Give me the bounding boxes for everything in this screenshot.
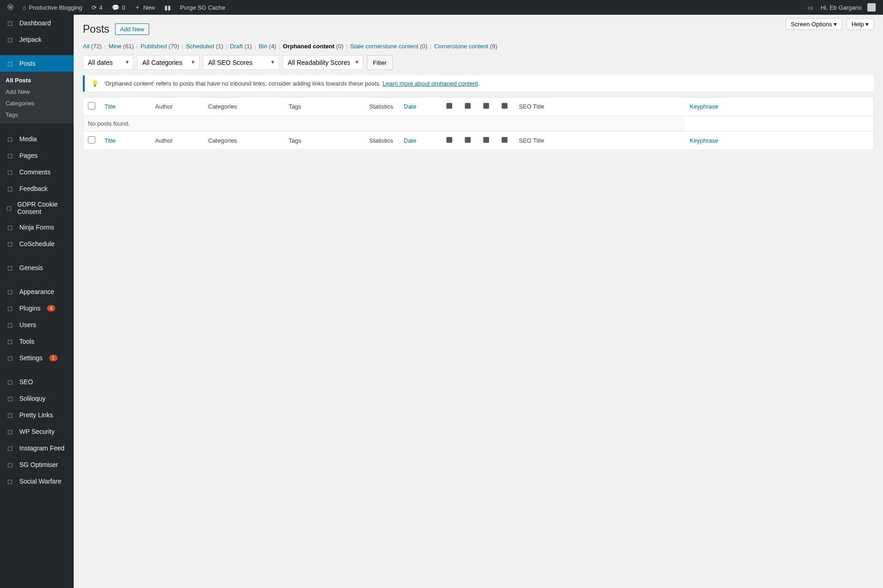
incoming-links-icon xyxy=(464,102,472,110)
notice-link[interactable]: Learn more about orphaned content xyxy=(383,80,478,87)
dates-filter[interactable]: All dates xyxy=(83,55,134,70)
home-icon: ⌂ xyxy=(23,4,26,11)
no-posts-text: No posts found. xyxy=(83,116,685,132)
avatar xyxy=(867,3,876,12)
readability-icon xyxy=(482,102,490,110)
refresh-icon: ⟳ xyxy=(92,4,97,11)
comments-link[interactable]: 💬0 xyxy=(108,0,129,15)
sidebar-item-users[interactable]: ◻Users xyxy=(0,317,74,333)
greeting: Hi, Eb Gargano xyxy=(820,4,862,11)
select-all-checkbox[interactable] xyxy=(88,136,95,144)
sidebar-item-label: Tools xyxy=(19,338,35,345)
help-button[interactable]: Help ▾ xyxy=(847,18,874,30)
col-keyphrase[interactable]: Keyphrase xyxy=(690,103,718,110)
view-bin[interactable]: Bin xyxy=(259,43,269,50)
form-icon: ◻ xyxy=(6,223,15,232)
sidebar-item-label: Pages xyxy=(19,152,38,159)
view-cornerstone-content[interactable]: Cornerstone content xyxy=(434,43,490,50)
page-title: Posts xyxy=(83,23,110,35)
col-title[interactable]: Title xyxy=(105,137,116,144)
notifications-link[interactable]: ▭ xyxy=(804,0,817,15)
sidebar-item-instagram-feed[interactable]: ◻Instagram Feed xyxy=(0,440,74,456)
sidebar-item-jetpack[interactable]: ◻Jetpack xyxy=(0,31,74,48)
categories-filter[interactable]: All Categories xyxy=(137,55,199,70)
comments-count: 0 xyxy=(122,4,125,11)
sidebar-item-sg-optimiser[interactable]: ◻SG Optimiser xyxy=(0,456,74,473)
no-posts-row: No posts found. xyxy=(83,116,874,132)
dashboard-icon: ◻ xyxy=(6,18,15,28)
add-new-button[interactable]: Add New xyxy=(115,23,150,35)
sidebar-item-media[interactable]: ◻Media xyxy=(0,131,74,147)
sidebar-item-genesis[interactable]: ◻Genesis xyxy=(0,259,74,276)
filter-button[interactable]: Filter xyxy=(367,55,393,70)
view-published[interactable]: Published xyxy=(140,43,168,50)
comment-icon: 💬 xyxy=(112,4,119,11)
col-seotitle: SEO Title xyxy=(519,137,544,144)
yoast-icon: ▮▮ xyxy=(164,4,171,11)
sidebar-item-label: Pretty Links xyxy=(19,411,53,419)
sidebar-item-comments[interactable]: ◻Comments xyxy=(0,164,74,180)
sidebar-item-settings[interactable]: ◻Settings1 xyxy=(0,350,74,366)
sidebar-item-wp-security[interactable]: ◻WP Security xyxy=(0,423,74,440)
sidebar-item-appearance[interactable]: ◻Appearance xyxy=(0,283,74,300)
view-scheduled[interactable]: Scheduled xyxy=(186,43,216,50)
col-title[interactable]: Title xyxy=(105,103,116,110)
pin-icon: ◻ xyxy=(6,59,15,68)
site-name: Productive Blogging xyxy=(29,4,82,11)
sidebar-item-posts[interactable]: ◻Posts xyxy=(0,55,74,72)
sidebar-item-ninja-forms[interactable]: ◻Ninja Forms xyxy=(0,219,74,236)
view-mine[interactable]: Mine xyxy=(109,43,123,50)
sidebar-item-seo[interactable]: ◻SEO xyxy=(0,374,74,390)
yoast-link[interactable]: ▮▮ xyxy=(161,0,174,15)
col-stats: Statistics xyxy=(369,137,393,144)
wordpress-icon: ⓦ xyxy=(7,3,13,12)
sidebar-item-label: Appearance xyxy=(19,288,54,295)
seo-filter[interactable]: All SEO Scores xyxy=(203,55,279,70)
view-stale-cornerstone-content[interactable]: Stale cornerstone content xyxy=(350,43,420,50)
col-categories: Categories xyxy=(208,103,237,110)
screen-options-button[interactable]: Screen Options ▾ xyxy=(786,18,842,30)
col-date[interactable]: Date xyxy=(404,137,416,144)
sidebar-item-pages[interactable]: ◻Pages xyxy=(0,147,74,164)
svg-rect-1 xyxy=(465,103,471,109)
view-all[interactable]: All xyxy=(83,43,91,50)
svg-rect-7 xyxy=(502,137,508,143)
col-keyphrase[interactable]: Keyphrase xyxy=(690,137,718,144)
soliloquy-icon: ◻ xyxy=(6,394,15,403)
site-link[interactable]: ⌂Productive Blogging xyxy=(19,0,86,15)
readability-filter[interactable]: All Readability Scores xyxy=(283,55,363,70)
new-link[interactable]: ＋New xyxy=(131,0,159,15)
submenu-tags[interactable]: Tags xyxy=(0,109,74,121)
sidebar-item-gdpr-cookie-consent[interactable]: ◻GDPR Cookie Consent xyxy=(0,197,74,219)
updates-link[interactable]: ⟳4 xyxy=(88,0,106,15)
sidebar-item-feedback[interactable]: ◻Feedback xyxy=(0,180,74,197)
sidebar-item-soliloquy[interactable]: ◻Soliloquy xyxy=(0,390,74,407)
sidebar-item-label: Dashboard xyxy=(19,19,51,27)
view-draft[interactable]: Draft xyxy=(230,43,244,50)
sidebar-item-label: Media xyxy=(19,135,37,143)
col-date[interactable]: Date xyxy=(404,103,416,110)
seo-score-icon xyxy=(500,102,509,110)
notice-text: 'Orphaned content' refers to posts that … xyxy=(104,80,383,87)
submenu-add-new[interactable]: Add New xyxy=(0,86,74,98)
col-seotitle: SEO Title xyxy=(519,103,544,110)
sidebar-item-dashboard[interactable]: ◻Dashboard xyxy=(0,15,74,31)
wp-logo[interactable]: ⓦ xyxy=(4,0,17,15)
purge-cache-link[interactable]: Purge SG Cache xyxy=(176,0,229,15)
sidebar-item-social-warfare[interactable]: ◻Social Warfare xyxy=(0,473,74,490)
feedback-icon: ◻ xyxy=(6,184,15,193)
badge: 1 xyxy=(49,355,58,361)
account-link[interactable]: Hi, Eb Gargano xyxy=(817,0,879,15)
new-label: New xyxy=(143,4,155,11)
seo-score-icon xyxy=(500,136,509,144)
sidebar-item-coschedule[interactable]: ◻CoSchedule xyxy=(0,236,74,252)
sidebar-item-tools[interactable]: ◻Tools xyxy=(0,333,74,350)
jetpack-icon: ◻ xyxy=(6,35,15,44)
select-all-checkbox[interactable] xyxy=(88,102,95,110)
pages-icon: ◻ xyxy=(6,151,15,160)
sidebar-item-pretty-links[interactable]: ◻Pretty Links xyxy=(0,407,74,423)
svg-rect-3 xyxy=(502,103,508,109)
submenu-all-posts[interactable]: All Posts xyxy=(0,75,74,86)
submenu-categories[interactable]: Categories xyxy=(0,98,74,109)
sidebar-item-plugins[interactable]: ◻Plugins4 xyxy=(0,300,74,317)
